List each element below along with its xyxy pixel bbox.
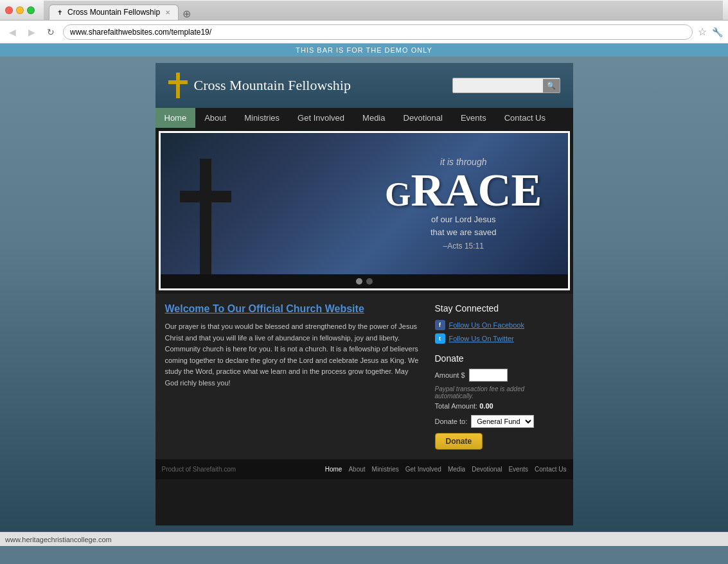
hero-image: it is through GRACE of our Lord Jesustha… — [161, 133, 568, 274]
tab-favicon: ✝ — [57, 9, 62, 16]
refresh-button[interactable]: ↻ — [44, 25, 58, 39]
active-tab[interactable]: ✝ Cross Mountain Fellowship ✕ — [49, 4, 179, 20]
twitter-label: Follow Us On Twitter — [449, 335, 514, 342]
search-input[interactable] — [453, 78, 543, 93]
welcome-title[interactable]: Welcome To Our Official Church Website — [165, 303, 422, 315]
donate-button[interactable]: Donate — [435, 433, 483, 450]
donate-title: Donate — [435, 353, 564, 364]
address-input[interactable] — [63, 24, 693, 40]
search-box: 🔍 — [452, 78, 560, 93]
page-background: Cross Mountain Fellowship 🔍 Home About M… — [0, 57, 728, 532]
tab-title: Cross Mountain Fellowship — [67, 8, 160, 17]
church-website: Cross Mountain Fellowship 🔍 Home About M… — [155, 63, 573, 525]
facebook-link[interactable]: f Follow Us On Facebook — [435, 320, 564, 330]
hero-verse: –Acts 15:11 — [385, 242, 542, 251]
hero-slider: it is through GRACE of our Lord Jesustha… — [159, 131, 570, 290]
twitter-icon: t — [435, 333, 445, 344]
cross-sil-vertical — [200, 159, 211, 274]
bookmark-icon[interactable]: ☆ — [698, 26, 707, 38]
hero-grace-text: GRACE — [385, 167, 542, 213]
amount-row: Amount $ — [435, 369, 564, 382]
cross-logo-icon — [168, 73, 188, 98]
content-right: Stay Connected f Follow Us On Facebook t… — [435, 303, 564, 450]
welcome-body: Our prayer is that you would be blessed … — [165, 321, 422, 389]
tab-bar: ✝ Cross Mountain Fellowship ✕ ⊕ — [44, 1, 723, 20]
tab-close-icon[interactable]: ✕ — [165, 9, 170, 16]
demo-bar-text: THIS BAR IS FOR THE DEMO ONLY — [296, 46, 432, 54]
donate-section: Donate Amount $ Paypal transaction fee i… — [435, 353, 564, 450]
cross-sil-horizontal — [180, 191, 231, 202]
site-footer: Product of Sharefaith.com Home About Min… — [155, 459, 573, 479]
total-label: Total Amount: — [435, 402, 478, 410]
search-button[interactable]: 🔍 — [543, 79, 560, 93]
maximize-button[interactable] — [27, 6, 35, 14]
nav-contact[interactable]: Contact Us — [495, 108, 555, 128]
stay-connected-title: Stay Connected — [435, 303, 564, 313]
nav-media[interactable]: Media — [353, 108, 394, 128]
site-header: Cross Mountain Fellowship 🔍 — [155, 63, 573, 108]
amount-label: Amount $ — [435, 371, 465, 379]
minimize-button[interactable] — [16, 6, 24, 14]
total-amount: Total Amount: 0.00 — [435, 402, 564, 410]
main-content: Welcome To Our Official Church Website O… — [155, 294, 573, 459]
browser-statusbar: www.heritagechristiancollege.com — [0, 532, 728, 546]
amount-input[interactable] — [469, 369, 508, 382]
footer-nav-media[interactable]: Media — [448, 466, 465, 473]
footer-nav: Home About Ministries Get Involved Media… — [325, 466, 567, 473]
nav-events[interactable]: Events — [452, 108, 495, 128]
settings-icon[interactable]: 🔧 — [712, 27, 723, 37]
twitter-link[interactable]: t Follow Us On Twitter — [435, 333, 564, 344]
fund-select[interactable]: General Fund — [471, 415, 534, 428]
close-button[interactable] — [5, 6, 13, 14]
traffic-lights — [5, 6, 35, 14]
footer-nav-contact[interactable]: Contact Us — [535, 466, 566, 473]
cross-horizontal — [168, 80, 188, 84]
nav-get-involved[interactable]: Get Involved — [289, 108, 353, 128]
main-nav: Home About Ministries Get Involved Media… — [155, 108, 573, 128]
new-tab-button[interactable]: ⊕ — [179, 8, 195, 20]
slider-dot-2[interactable] — [366, 278, 373, 285]
slider-dots — [161, 274, 568, 288]
logo-area: Cross Mountain Fellowship — [168, 73, 351, 98]
content-left: Welcome To Our Official Church Website O… — [165, 303, 422, 450]
total-value: 0.00 — [479, 402, 493, 410]
browser-titlebar: ✝ Cross Mountain Fellowship ✕ ⊕ — [0, 0, 728, 21]
hero-sub-text: of our Lord Jesusthat we are saved — [385, 213, 542, 238]
status-url: www.heritagechristiancollege.com — [5, 536, 112, 543]
back-button[interactable]: ◀ — [5, 25, 19, 39]
facebook-label: Follow Us On Facebook — [449, 321, 524, 329]
donate-to-row: Donate to: General Fund — [435, 415, 564, 428]
footer-nav-get-involved[interactable]: Get Involved — [405, 466, 441, 473]
browser-window: ✝ Cross Mountain Fellowship ✕ ⊕ ◀ ▶ ↻ ☆ … — [0, 0, 728, 546]
footer-nav-devotional[interactable]: Devotional — [472, 466, 502, 473]
address-bar: ◀ ▶ ↻ ☆ 🔧 — [0, 21, 728, 44]
hero-text: it is through GRACE of our Lord Jesustha… — [385, 157, 542, 251]
cross-silhouette-icon — [180, 159, 231, 274]
footer-nav-events[interactable]: Events — [508, 466, 528, 473]
site-title: Cross Mountain Fellowship — [194, 77, 351, 94]
footer-brand: Product of Sharefaith.com — [162, 466, 236, 473]
cross-vertical — [176, 73, 180, 98]
nav-home[interactable]: Home — [155, 108, 196, 128]
footer-nav-ministries[interactable]: Ministries — [372, 466, 399, 473]
demo-bar: THIS BAR IS FOR THE DEMO ONLY — [0, 44, 728, 57]
forward-button[interactable]: ▶ — [24, 25, 39, 39]
paypal-note: Paypal transaction fee is added automati… — [435, 385, 564, 400]
nav-about[interactable]: About — [195, 108, 235, 128]
footer-nav-home[interactable]: Home — [325, 466, 342, 473]
slider-dot-1[interactable] — [356, 278, 362, 285]
donate-to-label: Donate to: — [435, 418, 468, 425]
facebook-icon: f — [435, 320, 445, 330]
nav-ministries[interactable]: Ministries — [235, 108, 289, 128]
footer-nav-about[interactable]: About — [348, 466, 365, 473]
nav-devotional[interactable]: Devotional — [395, 108, 452, 128]
